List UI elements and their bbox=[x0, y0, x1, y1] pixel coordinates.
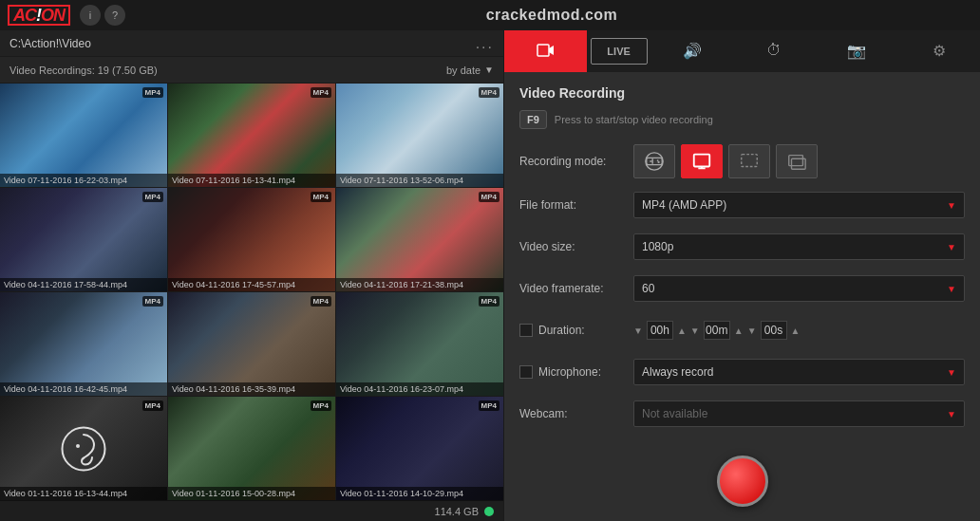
help-button[interactable]: ? bbox=[104, 5, 125, 26]
microphone-dropdown[interactable]: Always record ▼ bbox=[633, 359, 965, 385]
video-framerate-arrow-icon: ▼ bbox=[947, 284, 956, 294]
microphone-value: Always record bbox=[642, 365, 713, 379]
mode-region-button[interactable] bbox=[728, 144, 770, 178]
tab-video[interactable] bbox=[504, 30, 587, 72]
site-label: crackedmod.com bbox=[131, 7, 972, 24]
svg-rect-2 bbox=[537, 45, 549, 56]
badge-mp4: MP4 bbox=[142, 192, 163, 202]
storage-size: 114.4 GB bbox=[435, 506, 479, 517]
mode-gamepad-button[interactable] bbox=[633, 144, 675, 178]
microphone-arrow-icon: ▼ bbox=[947, 367, 956, 378]
thumb-label: Video 04-11-2016 17-58-44.mp4 bbox=[0, 278, 167, 291]
svg-rect-9 bbox=[742, 155, 758, 167]
main-area: C:\Action!\Video ... Video Recordings: 1… bbox=[0, 30, 980, 521]
list-item[interactable]: MP4 Video 04-11-2016 17-58-44.mp4 bbox=[0, 188, 167, 291]
duration-m-value: 00m bbox=[704, 321, 730, 340]
gamepad-icon bbox=[644, 151, 665, 172]
video-size-dropdown[interactable]: 1080p ▼ bbox=[633, 233, 965, 260]
path-menu-button[interactable]: ... bbox=[476, 35, 494, 52]
duration-s-down[interactable]: ▼ bbox=[747, 326, 757, 336]
tab-live[interactable]: LIVE bbox=[591, 38, 648, 65]
microphone-checkbox[interactable] bbox=[519, 365, 533, 379]
svg-point-1 bbox=[76, 444, 80, 448]
list-item[interactable]: MP4 Video 04-11-2016 16-42-45.mp4 bbox=[0, 292, 167, 396]
info-button[interactable]: i bbox=[80, 5, 101, 26]
webcam-value: Not available bbox=[642, 407, 707, 420]
thumb-label: Video 04-11-2016 17-45-57.mp4 bbox=[168, 278, 335, 291]
tab-timer[interactable]: ⏱ bbox=[733, 30, 816, 72]
webcam-dropdown[interactable]: Not available ▼ bbox=[633, 400, 965, 427]
right-panel: LIVE 🔊 ⏱ 📷 ⚙ Video Recording F9 Press to… bbox=[503, 30, 980, 521]
webcam-arrow-icon: ▼ bbox=[947, 409, 956, 419]
duration-s-up[interactable]: ▲ bbox=[791, 326, 801, 336]
list-item[interactable]: MP4 Video 04-11-2016 16-35-39.mp4 bbox=[168, 292, 335, 396]
svg-rect-6 bbox=[694, 155, 710, 167]
path-bar: C:\Action!\Video ... bbox=[0, 30, 503, 57]
video-size-row: Video size: 1080p ▼ bbox=[519, 232, 965, 262]
window-icon bbox=[786, 151, 807, 172]
list-item[interactable]: MP4 Video 07-11-2016 16-22-03.mp4 bbox=[0, 84, 167, 187]
thumb-label: Video 01-11-2016 14-10-29.mp4 bbox=[336, 487, 503, 500]
video-framerate-dropdown[interactable]: 60 ▼ bbox=[633, 275, 965, 302]
record-button[interactable] bbox=[717, 456, 768, 507]
badge-mp4: MP4 bbox=[142, 87, 163, 98]
thumbnail-grid: MP4 Video 07-11-2016 16-22-03.mp4 MP4 Vi… bbox=[0, 84, 503, 500]
thumb-label: Video 04-11-2016 16-42-45.mp4 bbox=[0, 382, 167, 396]
mode-screen-button[interactable] bbox=[681, 144, 723, 178]
recordings-count: Video Recordings: 19 (7.50 GB) bbox=[9, 65, 158, 76]
right-content: Video Recording F9 Press to start/stop v… bbox=[504, 72, 980, 521]
svg-point-4 bbox=[657, 159, 659, 161]
tab-settings[interactable]: ⚙ bbox=[897, 30, 980, 72]
list-item[interactable]: MP4 Video 07-11-2016 16-13-41.mp4 bbox=[168, 84, 335, 187]
badge-mp4: MP4 bbox=[479, 296, 499, 307]
list-item[interactable]: MP4 Video 01-11-2016 14-10-29.mp4 bbox=[336, 397, 503, 500]
thumb-label: Video 04-11-2016 16-23-07.mp4 bbox=[336, 382, 503, 396]
sort-dropdown[interactable]: by date ▼ bbox=[446, 65, 494, 76]
list-item[interactable]: MP4 Video 04-11-2016 16-23-07.mp4 bbox=[336, 292, 503, 396]
video-size-value: 1080p bbox=[642, 240, 673, 253]
section-title: Video Recording bbox=[519, 85, 965, 101]
duration-h-up[interactable]: ▲ bbox=[677, 326, 687, 336]
mode-window-button[interactable] bbox=[776, 144, 818, 178]
list-item[interactable]: MP4 Video 04-11-2016 17-45-57.mp4 bbox=[168, 188, 335, 291]
timer-tab-icon: ⏱ bbox=[766, 42, 782, 59]
sort-chevron-icon: ▼ bbox=[484, 65, 494, 75]
recording-mode-label: Recording mode: bbox=[519, 155, 633, 168]
duration-m-down[interactable]: ▼ bbox=[690, 326, 700, 336]
file-format-dropdown[interactable]: MP4 (AMD APP) ▼ bbox=[633, 192, 965, 218]
top-bar-icons: i ? bbox=[80, 5, 125, 26]
path-text: C:\Action!\Video bbox=[9, 37, 91, 50]
tab-screenshot[interactable]: 📷 bbox=[816, 30, 898, 72]
badge-mp4: MP4 bbox=[479, 192, 499, 202]
screen-icon bbox=[691, 151, 712, 172]
duration-checkbox[interactable] bbox=[519, 324, 533, 337]
duration-m-up[interactable]: ▲ bbox=[734, 326, 744, 336]
duration-h-down[interactable]: ▼ bbox=[633, 326, 643, 336]
badge-mp4: MP4 bbox=[142, 296, 163, 307]
mic-label-area: Microphone: bbox=[519, 365, 633, 379]
shortcut-key-badge: F9 bbox=[519, 110, 547, 129]
gear-tab-icon: ⚙ bbox=[933, 42, 946, 60]
microphone-row: Microphone: Always record ▼ bbox=[519, 357, 965, 387]
tab-live-label: LIVE bbox=[607, 46, 630, 57]
video-framerate-label: Video framerate: bbox=[519, 282, 633, 295]
recording-mode-row: Recording mode: bbox=[519, 144, 965, 178]
duration-row: Duration: ▼ 00h ▲ ▼ 00m ▲ ▼ 00s ▲ bbox=[519, 315, 965, 345]
list-item[interactable]: MP4 Video 01-11-2016 16-13-44.mp4 bbox=[0, 397, 167, 500]
recording-mode-buttons bbox=[633, 144, 818, 178]
list-item[interactable]: MP4 Video 07-11-2016 13-52-06.mp4 bbox=[336, 84, 503, 187]
webcam-label: Webcam: bbox=[519, 407, 633, 420]
tab-audio[interactable]: 🔊 bbox=[651, 30, 734, 72]
duration-label: Duration: bbox=[538, 324, 585, 337]
list-item[interactable]: MP4 Video 04-11-2016 17-21-38.mp4 bbox=[336, 188, 503, 291]
badge-mp4: MP4 bbox=[479, 400, 499, 411]
thumb-label: Video 01-11-2016 16-13-44.mp4 bbox=[0, 487, 167, 500]
ubisoft-logo-icon bbox=[60, 425, 107, 473]
badge-mp4: MP4 bbox=[311, 87, 331, 98]
right-tabs: LIVE 🔊 ⏱ 📷 ⚙ bbox=[504, 30, 980, 72]
list-item[interactable]: MP4 Video 01-11-2016 15-00-28.mp4 bbox=[168, 397, 335, 500]
storage-status-icon bbox=[484, 507, 494, 516]
badge-mp4: MP4 bbox=[311, 296, 331, 307]
record-button-area bbox=[519, 440, 965, 514]
thumb-label: Video 01-11-2016 15-00-28.mp4 bbox=[168, 487, 335, 500]
